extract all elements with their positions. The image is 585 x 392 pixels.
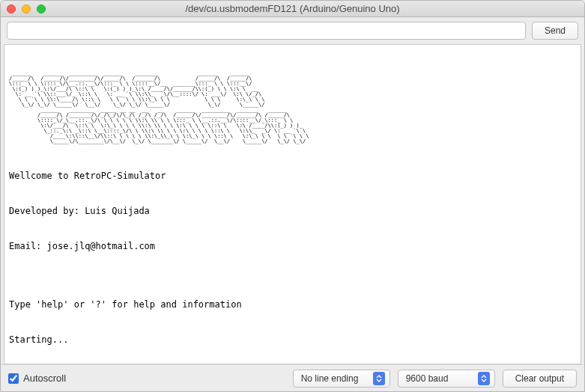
baud-rate-value: 9600 baud <box>406 373 449 384</box>
window-title: /dev/cu.usbmodemFD121 (Arduino/Genuino U… <box>1 3 584 14</box>
line-ending-value: No line ending <box>301 373 359 384</box>
serial-output[interactable]: ______ ______ _________ ______ _______ _… <box>4 44 581 364</box>
ascii-banner: ______ ______ _________ ______ _______ _… <box>9 71 576 144</box>
titlebar: /dev/cu.usbmodemFD121 (Arduino/Genuino U… <box>1 1 584 17</box>
console-line: Email: jose.jlq@hotmail.com <box>9 241 576 253</box>
serial-input[interactable] <box>7 22 526 40</box>
autoscroll-checkbox[interactable] <box>8 373 19 384</box>
console-line: Wellcome to RetroPC-Simulator <box>9 171 576 183</box>
console-line: Starting... <box>9 334 576 346</box>
line-ending-select[interactable]: No line ending <box>293 370 390 388</box>
window-controls <box>7 4 46 13</box>
send-toolbar: Send <box>1 17 584 44</box>
close-icon[interactable] <box>7 4 16 13</box>
send-button[interactable]: Send <box>532 22 578 40</box>
serial-monitor-window: /dev/cu.usbmodemFD121 (Arduino/Genuino U… <box>0 0 585 392</box>
autoscroll-checkbox-wrap[interactable]: Autoscroll <box>8 373 66 384</box>
autoscroll-label: Autoscroll <box>23 373 66 384</box>
minimize-icon[interactable] <box>22 4 31 13</box>
clear-output-button[interactable]: Clear output <box>503 370 577 388</box>
console-line: Type 'help' or '?' for help and informat… <box>9 299 576 311</box>
chevron-updown-icon <box>373 372 385 385</box>
chevron-updown-icon <box>478 372 490 385</box>
maximize-icon[interactable] <box>37 4 46 13</box>
baud-rate-select[interactable]: 9600 baud <box>398 370 495 388</box>
console-line: Developed by: Luis Quijada <box>9 206 576 218</box>
bottom-toolbar: Autoscroll No line ending 9600 baud Clea… <box>1 364 584 391</box>
